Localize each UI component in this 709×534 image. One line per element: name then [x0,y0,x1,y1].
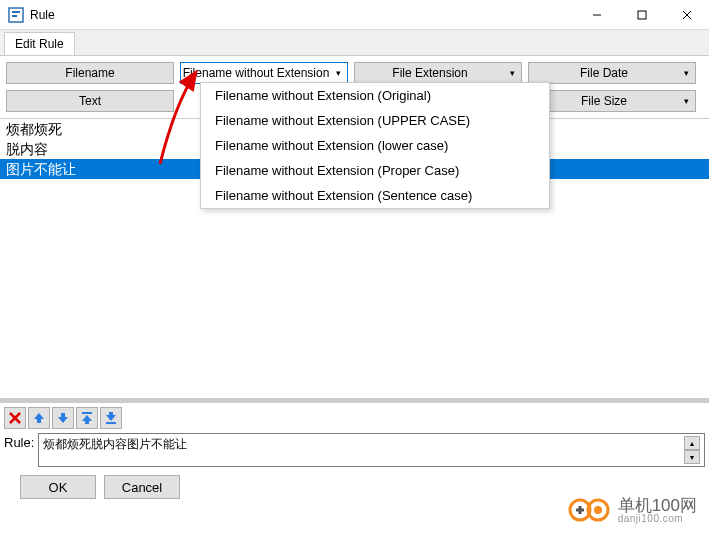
dropdown-item[interactable]: Filename without Extension (Sentence cas… [201,183,549,208]
minimize-button[interactable] [574,0,619,29]
watermark-line2: danji100.com [618,514,697,524]
file-extension-dropdown[interactable]: File Extension [354,62,522,84]
rule-row: Rule: 烦都烦死脱内容图片不能让 ▲ ▼ [4,433,705,467]
window-title: Rule [30,8,574,22]
spin-down-button[interactable]: ▼ [684,450,700,464]
move-up-button[interactable] [28,407,50,429]
move-top-button[interactable] [76,407,98,429]
dropdown-item[interactable]: Filename without Extension (UPPER CASE) [201,108,549,133]
watermark-text: 单机100网 danji100.com [618,497,697,524]
app-icon [8,7,24,23]
maximize-button[interactable] [619,0,664,29]
svg-rect-4 [638,11,646,19]
svg-rect-9 [82,412,92,414]
rule-value: 烦都烦死脱内容图片不能让 [43,436,187,464]
file-size-dropdown[interactable]: File Size [528,90,696,112]
bottom-panel: Rule: 烦都烦死脱内容图片不能让 ▲ ▼ OK Cancel [0,399,709,507]
dropdown-item[interactable]: Filename without Extension (lower case) [201,133,549,158]
watermark: 单机100网 danji100.com [568,496,697,524]
text-button[interactable]: Text [6,90,174,112]
dropdown-menu: Filename without Extension (Original) Fi… [200,82,550,209]
svg-rect-10 [106,422,116,424]
dropdown-item[interactable]: Filename without Extension (Original) [201,83,549,108]
tab-edit-rule[interactable]: Edit Rule [4,32,75,55]
watermark-line1: 单机100网 [618,497,697,514]
move-bottom-button[interactable] [100,407,122,429]
filename-button[interactable]: Filename [6,62,174,84]
close-button[interactable] [664,0,709,29]
cancel-button[interactable]: Cancel [104,475,180,499]
file-date-dropdown[interactable]: File Date [528,62,696,84]
window-controls [574,0,709,29]
icon-toolbar [4,407,705,429]
filename-without-ext-dropdown[interactable]: Filename without Extension [180,62,348,84]
dropdown-item[interactable]: Filename without Extension (Proper Case) [201,158,549,183]
svg-rect-1 [12,11,20,13]
svg-rect-2 [12,15,17,17]
move-down-button[interactable] [52,407,74,429]
watermark-logo-icon [568,496,612,524]
svg-point-13 [594,506,602,514]
tab-bar: Edit Rule [0,30,709,56]
spin-up-button[interactable]: ▲ [684,436,700,450]
rule-input[interactable]: 烦都烦死脱内容图片不能让 ▲ ▼ [38,433,705,467]
rule-label: Rule: [4,433,34,450]
delete-button[interactable] [4,407,26,429]
spin-buttons: ▲ ▼ [684,436,700,464]
ok-button[interactable]: OK [20,475,96,499]
titlebar: Rule [0,0,709,30]
